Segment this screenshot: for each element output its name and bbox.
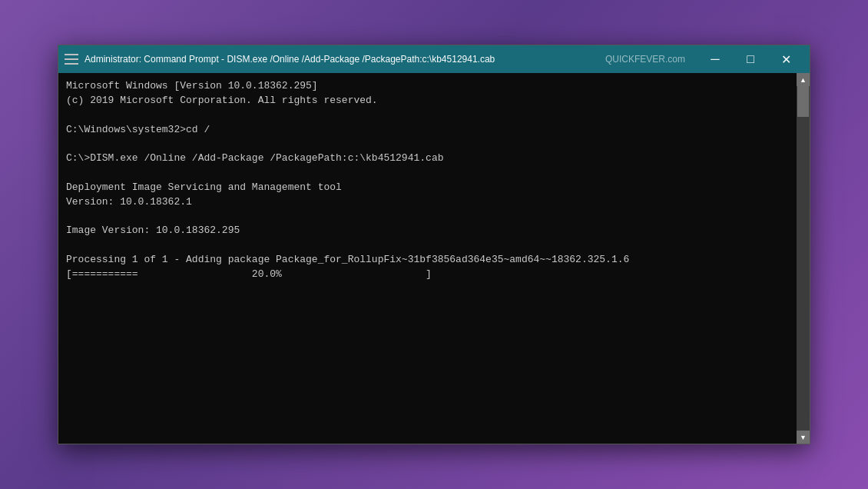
cmd-window: Administrator: Command Prompt - DISM.exe… bbox=[58, 45, 810, 444]
scroll-up-arrow[interactable]: ▲ bbox=[797, 73, 810, 86]
cmd-icon bbox=[65, 54, 78, 65]
close-button[interactable]: ✕ bbox=[768, 45, 803, 73]
minimize-button[interactable]: ─ bbox=[697, 45, 733, 73]
window-controls: ─ □ ✕ bbox=[697, 45, 803, 73]
scrollbar-track bbox=[797, 86, 810, 431]
window-title: Administrator: Command Prompt - DISM.exe… bbox=[84, 54, 605, 65]
maximize-button[interactable]: □ bbox=[733, 45, 768, 73]
scrollbar-thumb[interactable] bbox=[797, 86, 809, 117]
scrollbar: ▲ ▼ bbox=[797, 73, 810, 444]
console-output[interactable]: Microsoft Windows [Version 10.0.18362.29… bbox=[58, 73, 797, 444]
title-bar: Administrator: Command Prompt - DISM.exe… bbox=[58, 45, 810, 73]
watermark: QUICKFEVER.com bbox=[605, 54, 685, 65]
console-body: Microsoft Windows [Version 10.0.18362.29… bbox=[58, 73, 810, 444]
scroll-down-arrow[interactable]: ▼ bbox=[797, 431, 810, 444]
